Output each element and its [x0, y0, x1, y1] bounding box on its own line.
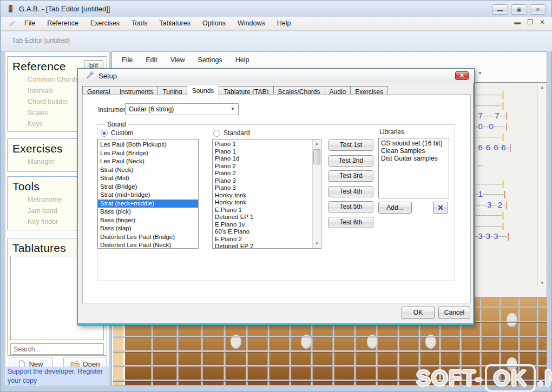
main-menu-item[interactable]: Help: [271, 17, 297, 30]
custom-sound-item[interactable]: Les Paul (Neck): [98, 157, 198, 166]
test-string-button[interactable]: Test 3rd: [328, 170, 373, 182]
scroll-down-icon[interactable]: ▼: [313, 240, 321, 248]
main-menu-items: FileReferenceExercisesToolsTablaturesOpt…: [18, 17, 297, 30]
custom-radio-label: Custom: [111, 129, 133, 137]
standard-sounds-list[interactable]: Piano 1Piano 1Piano 1dPiano 2Piano 2Pian…: [212, 139, 321, 249]
custom-sound-item[interactable]: Bass (finger): [98, 216, 198, 225]
libraries-list[interactable]: GS sound set (16 bit)Clean SamplesDist G…: [378, 138, 449, 198]
list-scrollbar[interactable]: ▲ ▼: [312, 139, 321, 248]
editor-menu-item[interactable]: Edit: [139, 54, 164, 66]
standard-sound-item[interactable]: Honky-tonk: [213, 192, 321, 200]
wrench-icon: [86, 71, 95, 80]
mdi-restore-icon[interactable]: ❐: [527, 18, 533, 26]
custom-sound-item[interactable]: Strat (neck+middle): [98, 200, 198, 208]
test-string-button[interactable]: Test 4th: [328, 186, 373, 197]
sounds-tab-page: Instrument: Guitar (6 string) Sound Cust…: [82, 94, 471, 303]
dialog-close-button[interactable]: ✕: [455, 71, 469, 80]
scroll-up-icon[interactable]: ▲: [313, 139, 321, 148]
custom-sound-item[interactable]: Strat (mid+bridge): [98, 191, 198, 200]
editor-menu-bar: FileEditViewSettingsHelp: [115, 54, 255, 66]
main-menu-item[interactable]: File: [18, 17, 41, 30]
standard-sounds-items: Piano 1Piano 1Piano 1dPiano 2Piano 2Pian…: [213, 139, 321, 249]
custom-sound-item[interactable]: Strat (Mid): [98, 174, 198, 183]
editor-scrollbar[interactable]: ▲ ▼: [537, 83, 546, 288]
standard-sound-item[interactable]: Detuned EP 2: [213, 243, 321, 249]
test-string-button[interactable]: Test 1st: [328, 139, 373, 151]
inlay-dot: [507, 313, 517, 327]
test-string-button[interactable]: Test 6th: [328, 217, 373, 228]
main-menu-item[interactable]: Exercises: [84, 17, 126, 30]
standard-sound-item[interactable]: Piano 3: [213, 177, 321, 185]
guitar-string: [113, 350, 547, 352]
app-window: G.A.B. - [Tab Editor [untitled]] ▬ ▣ ✕ F…: [0, 0, 552, 392]
custom-sound-item[interactable]: Distorted Les Paul (Neck): [98, 241, 198, 249]
main-menu-item[interactable]: Reference: [41, 17, 84, 30]
main-menu-item[interactable]: Options: [196, 17, 232, 30]
standard-sound-item[interactable]: Piano 1: [213, 148, 321, 156]
editor-menu-item[interactable]: Settings: [192, 54, 229, 66]
main-menu-item[interactable]: Windows: [232, 17, 271, 30]
library-item[interactable]: Dist Guitar samples: [379, 155, 449, 162]
scroll-down-icon[interactable]: ▼: [538, 279, 547, 288]
scroll-up-icon[interactable]: ▲: [538, 83, 547, 92]
mdi-minimize-icon[interactable]: ▬: [514, 18, 521, 26]
instrument-select[interactable]: Guitar (6 string): [125, 103, 239, 115]
standard-sound-item[interactable]: Piano 2: [213, 170, 321, 177]
sound-groupbox: Sound Custom Standard Les Paul (Both Pic…: [97, 124, 455, 281]
ok-button[interactable]: OK: [402, 307, 435, 319]
test-string-button[interactable]: Test 5th: [328, 201, 373, 212]
standard-sound-item[interactable]: Detuned EP 1: [213, 214, 321, 221]
toolbar-dropdown-icon[interactable]: ▼: [478, 71, 482, 76]
standard-sound-item[interactable]: Piano 3: [213, 184, 321, 192]
editor-menu-item[interactable]: Help: [229, 54, 256, 66]
editor-menu-item[interactable]: File: [115, 54, 139, 66]
mdi-close-icon[interactable]: ✕: [540, 18, 545, 26]
document-tab-strip: Tab Editor [untitled]: [1, 31, 552, 51]
add-library-button[interactable]: Add...: [378, 202, 412, 214]
standard-sound-item[interactable]: Piano 2: [213, 163, 321, 170]
custom-sounds-list[interactable]: Les Paul (Both Pickups)Les Paul (Bridge)…: [97, 139, 199, 249]
watermark-part2: OK: [485, 364, 536, 392]
close-button[interactable]: ✕: [530, 4, 546, 15]
library-item[interactable]: GS sound set (16 bit): [379, 139, 449, 147]
setup-tab[interactable]: Sounds: [187, 84, 220, 98]
standard-sound-item[interactable]: Piano 1: [213, 141, 321, 148]
minimize-button[interactable]: ▬: [492, 4, 508, 15]
remove-library-button[interactable]: ✕: [433, 202, 448, 214]
standard-sound-item[interactable]: 60's E.Piano: [213, 228, 321, 236]
custom-sound-item[interactable]: Bass (pick): [98, 208, 198, 216]
standard-sound-item[interactable]: E.Piano 1v: [213, 221, 321, 229]
title-bar[interactable]: G.A.B. - [Tab Editor [untitled]] ▬ ▣ ✕: [1, 1, 551, 17]
custom-radio-row: Custom: [101, 129, 133, 137]
document-tab[interactable]: Tab Editor [untitled]: [12, 37, 70, 44]
editor-menu-item[interactable]: View: [164, 54, 192, 66]
standard-sound-item[interactable]: E.Piano 2: [213, 236, 321, 243]
sound-group-label: Sound: [105, 121, 128, 128]
dialog-title-bar[interactable]: Setup ✕: [78, 69, 474, 83]
custom-sound-item[interactable]: Strat (Bridge): [98, 183, 198, 191]
scroll-thumb[interactable]: [313, 149, 320, 164]
window-title: G.A.B. - [Tab Editor [untitled]]: [19, 5, 110, 13]
blue-x-icon: ✕: [437, 203, 444, 212]
custom-sound-item[interactable]: Les Paul (Bridge): [98, 149, 198, 158]
custom-sound-item[interactable]: Bass (slap): [98, 224, 198, 233]
mdi-controls: ▬ ❐ ✕: [514, 18, 545, 26]
standard-sound-item[interactable]: E.Piano 1: [213, 207, 321, 214]
search-input[interactable]: [10, 343, 104, 355]
register-link[interactable]: Support the developer. Register your cop…: [6, 367, 109, 386]
custom-sound-item[interactable]: Les Paul (Both Pickups): [98, 141, 198, 149]
standard-radio-row: Standard: [213, 129, 250, 137]
custom-sound-item[interactable]: Strat (Neck): [98, 166, 198, 175]
main-menu-item[interactable]: Tablatures: [153, 17, 196, 30]
standard-radio[interactable]: [213, 130, 220, 137]
library-item[interactable]: Clean Samples: [379, 147, 449, 155]
main-menu-item[interactable]: Tools: [126, 17, 153, 30]
test-string-button[interactable]: Test 2nd: [328, 155, 373, 167]
standard-sound-item[interactable]: Piano 1d: [213, 155, 321, 163]
maximize-button[interactable]: ▣: [511, 4, 527, 15]
custom-radio[interactable]: [101, 130, 108, 137]
cancel-button[interactable]: Cancel: [438, 307, 470, 319]
custom-sound-item[interactable]: Distorted Les Paul (Bridge): [98, 233, 198, 242]
tablature-lines: ---------|---------|-7----7--|-0--0----|…: [475, 89, 539, 249]
standard-sound-item[interactable]: Honky-tonk: [213, 199, 321, 207]
